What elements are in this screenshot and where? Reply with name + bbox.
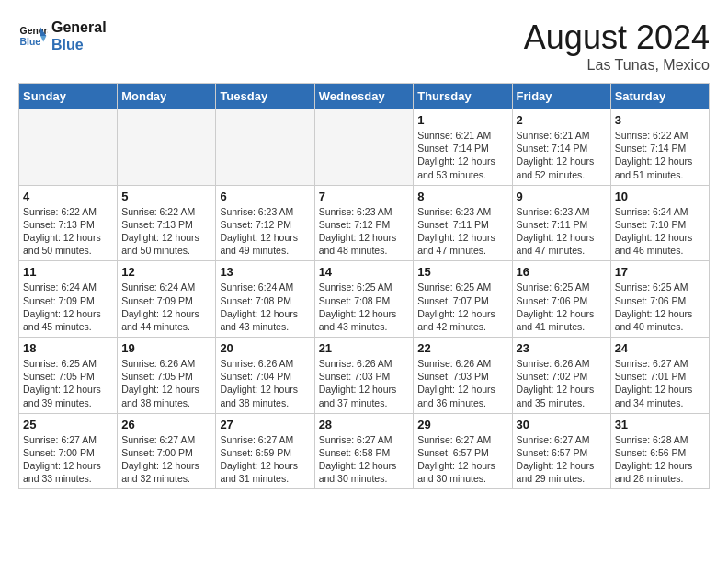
day-cell: 20Sunrise: 6:26 AM Sunset: 7:04 PM Dayli… xyxy=(216,338,314,414)
day-cell xyxy=(314,109,414,186)
day-number: 30 xyxy=(517,418,607,431)
calendar-table: SundayMondayTuesdayWednesdayThursdayFrid… xyxy=(18,83,710,489)
day-info: Sunrise: 6:26 AM Sunset: 7:04 PM Dayligh… xyxy=(220,357,310,409)
week-row-3: 11Sunrise: 6:24 AM Sunset: 7:09 PM Dayli… xyxy=(19,261,710,338)
day-cell xyxy=(216,109,314,186)
day-info: Sunrise: 6:23 AM Sunset: 7:11 PM Dayligh… xyxy=(517,205,607,258)
day-cell: 1Sunrise: 6:21 AM Sunset: 7:14 PM Daylig… xyxy=(414,109,512,186)
page-header: General Blue General Blue August 2024 La… xyxy=(18,18,710,74)
day-info: Sunrise: 6:25 AM Sunset: 7:06 PM Dayligh… xyxy=(615,281,705,333)
day-number: 19 xyxy=(121,341,211,355)
day-info: Sunrise: 6:26 AM Sunset: 7:03 PM Dayligh… xyxy=(417,357,507,409)
title-block: August 2024 Las Tunas, Mexico xyxy=(524,18,710,74)
day-number: 13 xyxy=(220,265,310,279)
day-number: 24 xyxy=(615,341,705,355)
logo-icon: General Blue xyxy=(18,21,48,51)
day-number: 14 xyxy=(319,265,410,279)
day-cell: 14Sunrise: 6:25 AM Sunset: 7:08 PM Dayli… xyxy=(314,261,414,338)
week-row-1: 1Sunrise: 6:21 AM Sunset: 7:14 PM Daylig… xyxy=(19,109,710,186)
day-info: Sunrise: 6:27 AM Sunset: 7:01 PM Dayligh… xyxy=(615,357,705,409)
week-row-5: 25Sunrise: 6:27 AM Sunset: 7:00 PM Dayli… xyxy=(19,413,710,489)
day-cell: 24Sunrise: 6:27 AM Sunset: 7:01 PM Dayli… xyxy=(610,338,709,414)
svg-text:Blue: Blue xyxy=(20,37,41,47)
weekday-header-wednesday: Wednesday xyxy=(314,84,414,109)
day-number: 20 xyxy=(220,341,310,355)
day-number: 6 xyxy=(220,190,310,203)
day-number: 12 xyxy=(121,265,211,279)
weekday-header-sunday: Sunday xyxy=(19,84,118,109)
day-cell xyxy=(19,109,118,186)
day-cell: 26Sunrise: 6:27 AM Sunset: 7:00 PM Dayli… xyxy=(118,413,216,489)
day-info: Sunrise: 6:23 AM Sunset: 7:11 PM Dayligh… xyxy=(417,205,507,258)
day-number: 18 xyxy=(23,341,113,355)
day-info: Sunrise: 6:26 AM Sunset: 7:03 PM Dayligh… xyxy=(319,357,410,409)
day-cell: 17Sunrise: 6:25 AM Sunset: 7:06 PM Dayli… xyxy=(610,261,709,338)
day-number: 2 xyxy=(517,113,607,127)
weekday-header-friday: Friday xyxy=(512,84,610,109)
month-year-title: August 2024 xyxy=(524,18,710,57)
day-number: 4 xyxy=(23,190,113,203)
day-cell: 10Sunrise: 6:24 AM Sunset: 7:10 PM Dayli… xyxy=(610,185,709,261)
day-info: Sunrise: 6:27 AM Sunset: 6:59 PM Dayligh… xyxy=(220,433,310,486)
day-info: Sunrise: 6:23 AM Sunset: 7:12 PM Dayligh… xyxy=(220,205,310,258)
logo: General Blue General Blue xyxy=(18,18,107,53)
day-info: Sunrise: 6:27 AM Sunset: 6:57 PM Dayligh… xyxy=(517,433,607,486)
logo-blue: Blue xyxy=(51,36,107,53)
day-info: Sunrise: 6:21 AM Sunset: 7:14 PM Dayligh… xyxy=(417,129,507,181)
day-number: 16 xyxy=(517,265,607,279)
day-info: Sunrise: 6:27 AM Sunset: 6:57 PM Dayligh… xyxy=(417,433,507,486)
day-info: Sunrise: 6:21 AM Sunset: 7:14 PM Dayligh… xyxy=(517,129,607,181)
day-cell: 3Sunrise: 6:22 AM Sunset: 7:14 PM Daylig… xyxy=(610,109,709,186)
day-cell: 21Sunrise: 6:26 AM Sunset: 7:03 PM Dayli… xyxy=(314,338,414,414)
day-cell: 31Sunrise: 6:28 AM Sunset: 6:56 PM Dayli… xyxy=(610,413,709,489)
day-cell: 7Sunrise: 6:23 AM Sunset: 7:12 PM Daylig… xyxy=(314,185,414,261)
day-info: Sunrise: 6:28 AM Sunset: 6:56 PM Dayligh… xyxy=(615,433,705,486)
day-info: Sunrise: 6:27 AM Sunset: 6:58 PM Dayligh… xyxy=(319,433,410,486)
week-row-4: 18Sunrise: 6:25 AM Sunset: 7:05 PM Dayli… xyxy=(19,338,710,414)
day-info: Sunrise: 6:22 AM Sunset: 7:13 PM Dayligh… xyxy=(121,205,211,258)
weekday-header-row: SundayMondayTuesdayWednesdayThursdayFrid… xyxy=(19,84,710,109)
day-cell: 9Sunrise: 6:23 AM Sunset: 7:11 PM Daylig… xyxy=(512,185,610,261)
day-cell: 16Sunrise: 6:25 AM Sunset: 7:06 PM Dayli… xyxy=(512,261,610,338)
day-number: 23 xyxy=(517,341,607,355)
day-cell: 28Sunrise: 6:27 AM Sunset: 6:58 PM Dayli… xyxy=(314,413,414,489)
day-number: 10 xyxy=(615,190,705,203)
location-subtitle: Las Tunas, Mexico xyxy=(524,57,710,74)
day-info: Sunrise: 6:26 AM Sunset: 7:05 PM Dayligh… xyxy=(121,357,211,409)
day-info: Sunrise: 6:23 AM Sunset: 7:12 PM Dayligh… xyxy=(319,205,410,258)
day-number: 11 xyxy=(23,265,113,279)
day-number: 25 xyxy=(23,418,113,431)
day-info: Sunrise: 6:24 AM Sunset: 7:09 PM Dayligh… xyxy=(23,281,113,333)
weekday-header-tuesday: Tuesday xyxy=(216,84,314,109)
day-cell: 8Sunrise: 6:23 AM Sunset: 7:11 PM Daylig… xyxy=(414,185,512,261)
day-cell: 12Sunrise: 6:24 AM Sunset: 7:09 PM Dayli… xyxy=(118,261,216,338)
day-cell: 27Sunrise: 6:27 AM Sunset: 6:59 PM Dayli… xyxy=(216,413,314,489)
day-cell xyxy=(118,109,216,186)
day-cell: 30Sunrise: 6:27 AM Sunset: 6:57 PM Dayli… xyxy=(512,413,610,489)
day-cell: 4Sunrise: 6:22 AM Sunset: 7:13 PM Daylig… xyxy=(19,185,118,261)
day-info: Sunrise: 6:25 AM Sunset: 7:05 PM Dayligh… xyxy=(23,357,113,409)
day-cell: 29Sunrise: 6:27 AM Sunset: 6:57 PM Dayli… xyxy=(414,413,512,489)
day-cell: 11Sunrise: 6:24 AM Sunset: 7:09 PM Dayli… xyxy=(19,261,118,338)
week-row-2: 4Sunrise: 6:22 AM Sunset: 7:13 PM Daylig… xyxy=(19,185,710,261)
day-cell: 6Sunrise: 6:23 AM Sunset: 7:12 PM Daylig… xyxy=(216,185,314,261)
day-info: Sunrise: 6:25 AM Sunset: 7:08 PM Dayligh… xyxy=(319,281,410,333)
day-info: Sunrise: 6:22 AM Sunset: 7:13 PM Dayligh… xyxy=(23,205,113,258)
day-number: 1 xyxy=(417,113,507,127)
day-number: 22 xyxy=(417,341,507,355)
day-cell: 5Sunrise: 6:22 AM Sunset: 7:13 PM Daylig… xyxy=(118,185,216,261)
day-cell: 18Sunrise: 6:25 AM Sunset: 7:05 PM Dayli… xyxy=(19,338,118,414)
day-number: 17 xyxy=(615,265,705,279)
logo-general: General xyxy=(51,18,107,36)
day-cell: 13Sunrise: 6:24 AM Sunset: 7:08 PM Dayli… xyxy=(216,261,314,338)
day-cell: 19Sunrise: 6:26 AM Sunset: 7:05 PM Dayli… xyxy=(118,338,216,414)
day-info: Sunrise: 6:24 AM Sunset: 7:09 PM Dayligh… xyxy=(121,281,211,333)
day-cell: 25Sunrise: 6:27 AM Sunset: 7:00 PM Dayli… xyxy=(19,413,118,489)
day-number: 9 xyxy=(517,190,607,203)
weekday-header-thursday: Thursday xyxy=(414,84,512,109)
day-info: Sunrise: 6:25 AM Sunset: 7:06 PM Dayligh… xyxy=(517,281,607,333)
day-number: 31 xyxy=(615,418,705,431)
day-info: Sunrise: 6:24 AM Sunset: 7:10 PM Dayligh… xyxy=(615,205,705,258)
day-info: Sunrise: 6:27 AM Sunset: 7:00 PM Dayligh… xyxy=(121,433,211,486)
day-number: 29 xyxy=(417,418,507,431)
